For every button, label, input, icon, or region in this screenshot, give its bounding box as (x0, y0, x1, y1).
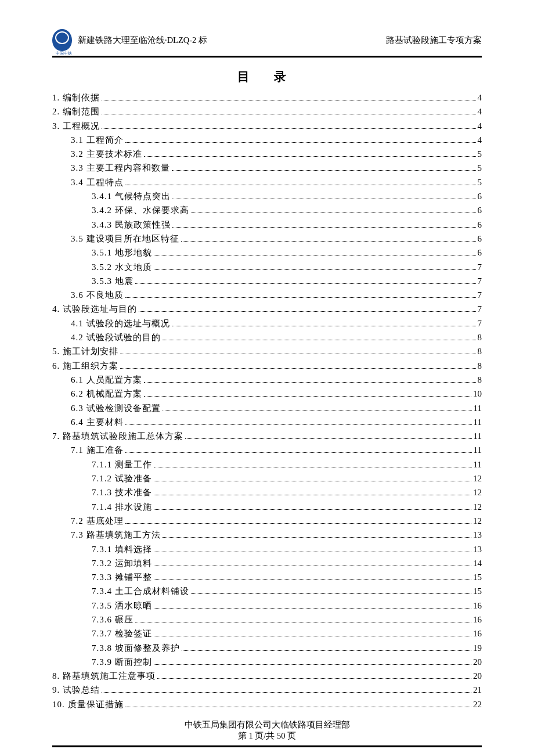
toc-entry-page: 22 (473, 697, 482, 711)
toc-leader-dots (154, 552, 471, 552)
toc-entry-label: 3.3 主要工程内容和数量 (71, 161, 170, 175)
toc-entry-page: 7 (478, 316, 482, 330)
toc-entry-label: 7.3.8 坡面修整及养护 (92, 641, 180, 655)
toc-leader-dots (120, 354, 476, 354)
toc-entry-page: 6 (478, 218, 482, 232)
toc-entry-label: 4.1 试验段的选址与概况 (71, 316, 170, 330)
toc-entry[interactable]: 8. 路基填筑施工注意事项 20 (52, 669, 482, 683)
toc-entry-label: 6.2 机械配置方案 (71, 387, 142, 401)
toc-entry[interactable]: 7.3.9 断面控制 20 (52, 655, 482, 669)
toc-entry[interactable]: 3.5.3 地震 7 (52, 274, 482, 288)
toc-entry-page: 16 (473, 613, 482, 627)
toc-entry[interactable]: 3.3 主要工程内容和数量 5 (52, 161, 482, 175)
toc-leader-dots (163, 340, 476, 340)
toc-entry[interactable]: 7. 路基填筑试验段施工总体方案 11 (52, 429, 482, 443)
toc-entry-label: 5. 施工计划安排 (52, 344, 118, 358)
toc-entry-page: 6 (478, 232, 482, 246)
toc-leader-dots (154, 579, 471, 580)
toc-entry[interactable]: 3.4.2 环保、水保要求高 6 (52, 203, 482, 217)
toc-entry[interactable]: 7.1 施工准备 11 (52, 443, 482, 457)
toc-leader-dots (154, 608, 471, 609)
toc-entry[interactable]: 3.5.2 水文地质 7 (52, 260, 482, 274)
toc-entry[interactable]: 1. 编制依据 4 (52, 91, 482, 105)
toc-entry[interactable]: 3.4.1 气候特点突出 6 (52, 189, 482, 203)
toc-entry[interactable]: 7.1.4 排水设施 12 (52, 500, 482, 514)
toc-entry[interactable]: 3.4 工程特点 5 (52, 175, 482, 189)
footer-page-info: 第 1 页/共 50 页 (52, 730, 482, 741)
toc-entry-label: 9. 试验总结 (52, 683, 100, 697)
toc-entry-label: 7.1.4 排水设施 (92, 500, 152, 514)
toc-entry-page: 6 (478, 246, 482, 260)
toc-entry-page: 13 (473, 542, 482, 556)
toc-entry-page: 20 (473, 669, 482, 683)
toc-entry-label: 3.5.1 地形地貌 (92, 246, 152, 260)
toc-entry[interactable]: 7.2 基底处理 12 (52, 514, 482, 528)
toc-entry[interactable]: 3.1 工程简介 4 (52, 133, 482, 147)
toc-entry[interactable]: 7.3.8 坡面修整及养护 19 (52, 641, 482, 655)
toc-entry[interactable]: 7.3.7 检验签证 16 (52, 627, 482, 640)
toc-leader-dots (125, 424, 472, 425)
toc-entry[interactable]: 7.1.2 试验准备 12 (52, 471, 482, 485)
footer-org: 中铁五局集团有限公司大临铁路项目经理部 (52, 719, 482, 730)
toc-entry[interactable]: 7.3.5 洒水晾晒 16 (52, 599, 482, 613)
toc-entry-page: 6 (478, 203, 482, 217)
toc-entry[interactable]: 6.1 人员配置方案 8 (52, 373, 482, 387)
toc-entry[interactable]: 3.5.1 地形地貌 6 (52, 246, 482, 260)
toc-entry[interactable]: 4. 试验段选址与目的 7 (52, 302, 482, 316)
toc-entry[interactable]: 7.3.1 填料选择 13 (52, 542, 482, 556)
toc-entry-page: 12 (473, 485, 482, 499)
toc-entry[interactable]: 3.2 主要技术标准 5 (52, 147, 482, 161)
toc-entry[interactable]: 4.2 试验段试验的目的 8 (52, 330, 482, 344)
toc-entry-label: 7.2 基底处理 (71, 514, 124, 528)
toc-entry[interactable]: 7.3.4 土工合成材料铺设 15 (52, 584, 482, 598)
toc-entry-page: 7 (478, 274, 482, 288)
toc-entry[interactable]: 9. 试验总结 21 (52, 683, 482, 697)
toc-entry-page: 8 (478, 344, 482, 358)
toc-entry-page: 8 (478, 330, 482, 344)
toc-leader-dots (102, 128, 476, 129)
toc-entry[interactable]: 7.3.2 运卸填料 14 (52, 556, 482, 570)
toc-leader-dots (172, 227, 476, 228)
toc-entry-page: 20 (473, 655, 482, 669)
toc-entry[interactable]: 5. 施工计划安排 8 (52, 344, 482, 358)
toc-entry-page: 7 (478, 302, 482, 316)
toc-entry[interactable]: 7.1.3 技术准备 12 (52, 485, 482, 499)
toc-entry[interactable]: 3. 工程概况 4 (52, 119, 482, 133)
toc-entry-page: 10 (473, 387, 482, 401)
toc-entry[interactable]: 6.3 试验检测设备配置 11 (52, 401, 482, 415)
toc-entry[interactable]: 3.5 建设项目所在地区特征 6 (52, 232, 482, 246)
toc-entry[interactable]: 2. 编制范围 4 (52, 105, 482, 118)
toc-entry-page: 4 (478, 91, 482, 105)
toc-entry[interactable]: 6.2 机械配置方案 10 (52, 387, 482, 401)
toc-entry[interactable]: 4.1 试验段的选址与概况 7 (52, 316, 482, 330)
toc-leader-dots (154, 636, 471, 636)
toc-entry[interactable]: 10. 质量保证措施 22 (52, 697, 482, 711)
toc-entry[interactable]: 7.1.1 测量工作 11 (52, 458, 482, 471)
toc-entry-label: 7.3.4 土工合成材料铺设 (92, 584, 189, 598)
toc-entry-label: 7.3.7 检验签证 (92, 627, 152, 640)
toc-entry[interactable]: 6.4 主要材料 11 (52, 415, 482, 429)
toc-entry-page: 7 (478, 288, 482, 302)
toc-entry[interactable]: 7.3.3 摊铺平整 15 (52, 570, 482, 584)
footer-rule (52, 745, 482, 747)
toc-entry[interactable]: 7.3 路基填筑施工方法 13 (52, 528, 482, 542)
toc-leader-dots (181, 241, 476, 242)
toc-entry-label: 6.4 主要材料 (71, 415, 124, 429)
toc-leader-dots (144, 382, 476, 383)
toc-entry[interactable]: 3.4.3 民族政策性强 6 (52, 218, 482, 232)
toc-entry-page: 8 (478, 373, 482, 387)
toc-entry-page: 4 (478, 133, 482, 147)
toc-entry-label: 7.3 路基填筑施工方法 (71, 528, 161, 542)
toc-entry[interactable]: 3.6 不良地质 7 (52, 288, 482, 302)
toc-entry[interactable]: 7.3.6 碾压 16 (52, 613, 482, 627)
toc-entry-label: 8. 路基填筑施工注意事项 (52, 669, 156, 683)
toc-entry[interactable]: 6. 施工组织方案 8 (52, 359, 482, 373)
toc-entry-label: 6.3 试验检测设备配置 (71, 401, 161, 415)
toc-entry-label: 7.1.3 技术准备 (92, 485, 152, 499)
toc-leader-dots (154, 467, 472, 467)
toc-entry-page: 11 (474, 429, 482, 443)
toc-entry-page: 19 (473, 641, 482, 655)
toc-entry-label: 7.3.9 断面控制 (92, 655, 152, 669)
toc-entry-label: 3.1 工程简介 (71, 133, 124, 147)
toc-leader-dots (182, 650, 471, 651)
